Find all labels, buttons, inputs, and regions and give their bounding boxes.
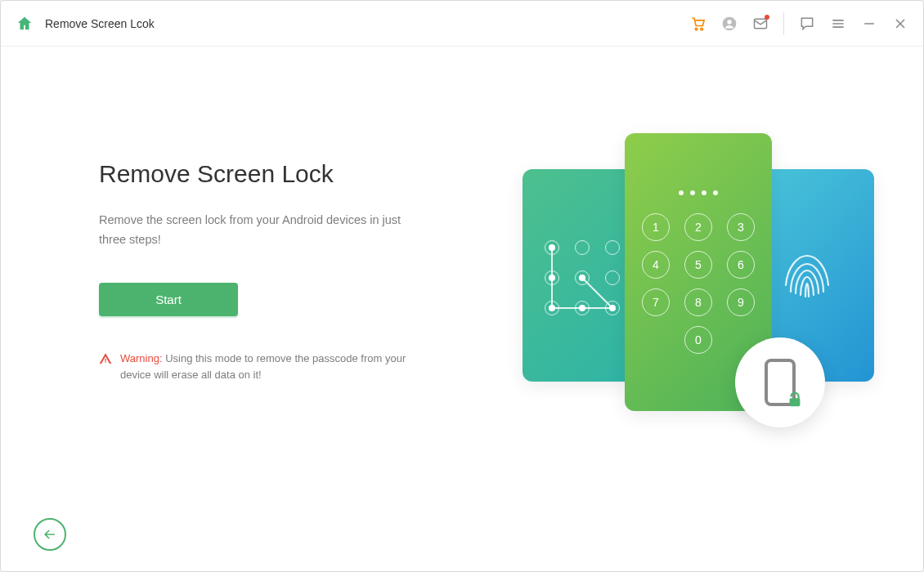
window-title: Remove Screen Lcok <box>45 17 155 30</box>
key-0: 0 <box>684 326 712 354</box>
illustration: 1 2 3 4 5 6 7 8 9 0 <box>523 133 874 411</box>
app-window: Remove Screen Lcok <box>0 0 924 572</box>
warning-block: Warning: Using this mode to remove the p… <box>99 351 426 383</box>
warning-body: Using this mode to remove the passcode f… <box>120 352 406 381</box>
text-column: Remove Screen Lock Remove the screen loc… <box>99 160 451 383</box>
footer <box>1 498 923 571</box>
pattern-card <box>523 169 637 382</box>
key-3: 3 <box>727 213 755 241</box>
arrow-left-icon <box>42 526 58 543</box>
warning-text: Warning: Using this mode to remove the p… <box>120 351 426 383</box>
key-9: 9 <box>727 288 755 316</box>
start-button[interactable]: Start <box>99 283 238 316</box>
user-icon[interactable] <box>721 16 738 32</box>
svg-point-3 <box>727 20 731 24</box>
unlock-badge <box>735 337 825 427</box>
keypad: 1 2 3 4 5 6 7 8 9 0 <box>642 213 755 354</box>
feedback-icon[interactable] <box>799 16 815 32</box>
warning-icon <box>99 352 112 365</box>
close-icon[interactable] <box>892 16 908 32</box>
key-2: 2 <box>684 213 712 241</box>
titlebar: Remove Screen Lcok <box>1 1 923 47</box>
mail-notification-dot <box>765 15 769 20</box>
mail-icon[interactable] <box>752 16 769 32</box>
svg-rect-11 <box>790 398 801 406</box>
key-8: 8 <box>684 288 712 316</box>
phone-outline-icon <box>765 359 796 406</box>
main-content: Remove Screen Lock Remove the screen loc… <box>1 47 923 498</box>
home-icon[interactable] <box>16 15 34 33</box>
back-button[interactable] <box>34 518 66 551</box>
key-5: 5 <box>684 251 712 279</box>
fingerprint-icon <box>774 243 840 308</box>
menu-icon[interactable] <box>830 16 846 32</box>
minimize-icon[interactable] <box>861 16 877 32</box>
key-6: 6 <box>727 251 755 279</box>
svg-point-0 <box>695 28 697 29</box>
key-4: 4 <box>642 251 670 279</box>
titlebar-left: Remove Screen Lcok <box>16 15 155 33</box>
unlock-icon <box>786 391 804 409</box>
key-7: 7 <box>642 288 670 316</box>
page-subtext: Remove the screen lock from your Android… <box>99 211 426 250</box>
warning-label: Warning: <box>120 352 163 364</box>
page-heading: Remove Screen Lock <box>99 160 451 188</box>
titlebar-separator <box>783 12 784 35</box>
svg-point-1 <box>701 28 703 29</box>
pin-dots <box>679 190 718 195</box>
titlebar-right <box>690 12 908 35</box>
pattern-grid <box>537 233 627 323</box>
cart-icon[interactable] <box>690 16 706 32</box>
key-1: 1 <box>642 213 670 241</box>
